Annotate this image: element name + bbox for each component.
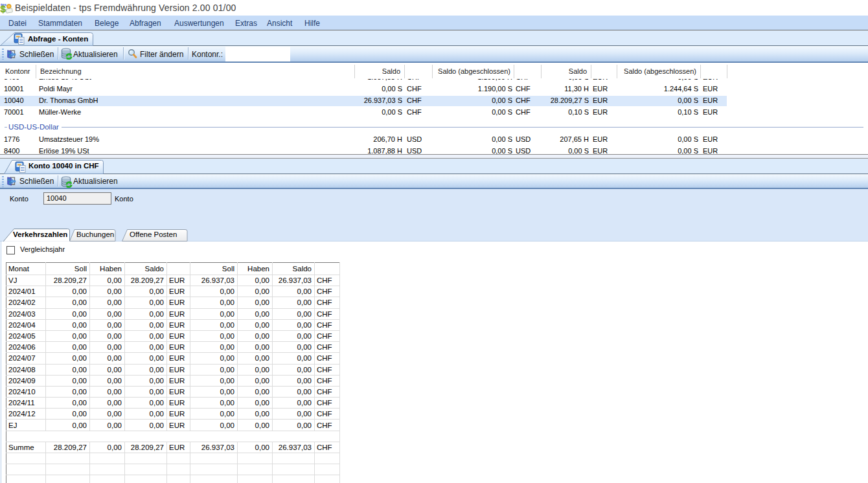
svg-text:$: $ — [1, 3, 6, 14]
